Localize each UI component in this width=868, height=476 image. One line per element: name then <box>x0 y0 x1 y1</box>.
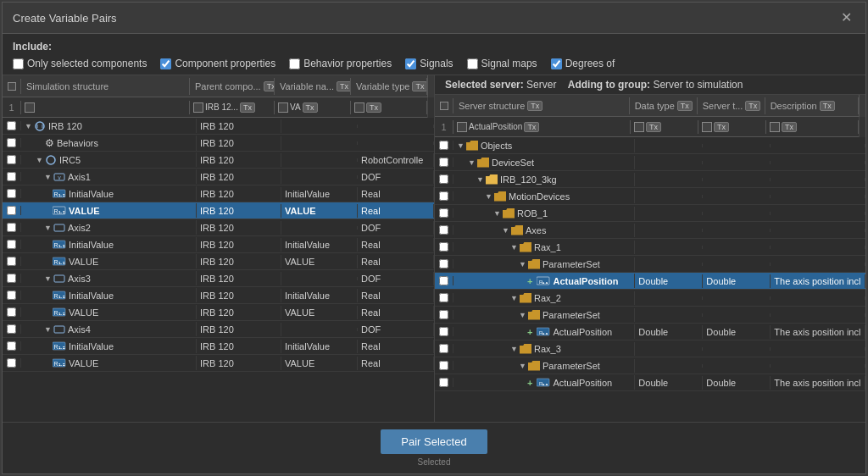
row-checkbox[interactable] <box>3 358 21 368</box>
left-filter-sim[interactable] <box>21 101 190 114</box>
right-filter-description[interactable]: Tx <box>766 120 859 134</box>
table-row[interactable]: ▼ ParameterSet <box>435 357 865 374</box>
table-row[interactable]: R₁.₂ InitialValue IRB 120 InitialValue R… <box>3 236 434 253</box>
right-description-header[interactable]: Description Tx <box>765 97 859 114</box>
expand-arrow[interactable]: ▼ <box>493 209 500 218</box>
cb-only-selected[interactable]: Only selected components <box>13 58 147 69</box>
row-checkbox[interactable] <box>3 206 21 215</box>
table-row[interactable]: R₁.₂ VALUE IRB 120 VALUE Real <box>3 304 434 321</box>
row-checkbox[interactable] <box>3 274 21 283</box>
row-checkbox[interactable] <box>435 191 453 201</box>
left-vartype-header[interactable]: Variable type Tx <box>351 78 427 95</box>
cb-behavior-properties[interactable]: Behavior properties <box>289 58 392 69</box>
row-checkbox[interactable] <box>3 155 21 164</box>
table-row[interactable]: ▼ Axes <box>435 222 865 239</box>
row-checkbox[interactable] <box>3 324 21 334</box>
table-row[interactable]: ⚙ Behaviors IRB 120 <box>3 135 434 152</box>
expand-arrow[interactable]: ▼ <box>485 192 492 201</box>
table-row[interactable]: ▼ IRB_120_3kg <box>435 171 865 188</box>
row-checkbox[interactable] <box>435 259 453 268</box>
table-row[interactable]: ▼ Axis2 IRB 120 DOF <box>3 219 434 236</box>
table-row[interactable]: ▼ IRB 120 IRB 120 <box>3 118 434 135</box>
left-tree-area[interactable]: ▼ IRB 120 IRB 120 ⚙ Behaviors <box>3 118 434 422</box>
expand-arrow[interactable]: ▼ <box>25 122 31 130</box>
table-row[interactable]: ▼ Rax_3 <box>435 340 865 357</box>
left-filter-varname[interactable]: VA Tx <box>275 101 351 114</box>
expand-arrow[interactable]: ▼ <box>44 224 51 232</box>
cb-behavior-properties-input[interactable] <box>289 58 300 69</box>
table-row[interactable]: + R₁.₂ ActualPosition Double Double The … <box>435 324 865 340</box>
table-row[interactable]: ▼ v Axis1 IRB 120 DOF <box>3 169 434 185</box>
left-filter-vartype[interactable]: Tx <box>351 101 427 114</box>
cb-component-properties[interactable]: Component properties <box>160 58 275 69</box>
close-button[interactable]: ✕ <box>837 9 855 26</box>
row-checkbox[interactable] <box>3 257 21 266</box>
expand-arrow[interactable]: ▼ <box>476 175 483 184</box>
pair-selected-button[interactable]: Pair Selected <box>381 429 487 454</box>
table-row[interactable]: R₁.₂ VALUE IRB 120 VALUE Real <box>3 253 434 270</box>
row-checkbox[interactable] <box>3 223 21 232</box>
row-checkbox[interactable] <box>435 174 453 184</box>
row-checkbox[interactable] <box>435 276 453 285</box>
row-checkbox[interactable] <box>3 291 21 300</box>
right-tree-area[interactable]: ▼ Objects ▼ DeviceSet <box>435 137 865 422</box>
row-checkbox[interactable] <box>3 121 21 130</box>
expand-arrow[interactable]: ▼ <box>44 173 51 181</box>
expand-arrow[interactable]: ▼ <box>510 243 517 252</box>
table-row[interactable]: ▼ ROB_1 <box>435 205 865 222</box>
table-row[interactable]: R₁.₂ InitialValue IRB 120 InitialValue R… <box>3 185 434 202</box>
table-row[interactable]: ▼ Axis3 IRB 120 DOF <box>3 270 434 287</box>
expand-arrow[interactable]: ▼ <box>36 156 42 164</box>
cb-component-properties-input[interactable] <box>160 58 171 69</box>
expand-arrow[interactable]: ▼ <box>44 274 51 283</box>
right-filter-servertype[interactable]: Tx <box>698 120 766 134</box>
cb-signal-maps-input[interactable] <box>467 58 478 69</box>
expand-arrow[interactable]: ▼ <box>510 294 517 302</box>
table-row[interactable]: R₁.₂ InitialValue IRB 120 InitialValue R… <box>3 338 434 355</box>
cb-only-selected-input[interactable] <box>13 58 24 69</box>
cb-degrees-of-input[interactable] <box>551 58 562 69</box>
table-row[interactable]: + R₁.₂ ActualPosition Double Double The … <box>435 273 865 290</box>
table-row[interactable]: ▼ ParameterSet <box>435 256 865 273</box>
table-row[interactable]: ▼ Objects <box>435 137 865 154</box>
row-checkbox[interactable] <box>435 327 453 336</box>
cb-signal-maps[interactable]: Signal maps <box>467 58 537 69</box>
table-row[interactable]: ▼ ParameterSet <box>435 307 865 324</box>
row-checkbox[interactable] <box>3 189 21 198</box>
table-row[interactable]: ▼ DeviceSet <box>435 154 865 171</box>
cb-signals[interactable]: Signals <box>405 58 453 69</box>
cb-degrees-of[interactable]: Degrees of <box>551 58 615 69</box>
expand-arrow[interactable]: ▼ <box>502 226 509 235</box>
table-row[interactable]: ▼ Rax_1 <box>435 239 865 256</box>
row-checkbox[interactable] <box>435 141 453 150</box>
right-filter-server[interactable]: ActualPosition Tx <box>453 120 631 134</box>
expand-arrow[interactable]: ▼ <box>468 158 475 167</box>
expand-arrow[interactable]: ▼ <box>457 141 464 150</box>
left-sim-header[interactable]: Simulation structure <box>21 78 190 95</box>
expand-arrow[interactable]: ▼ <box>519 260 526 268</box>
table-row[interactable]: ▼ IRC5 IRB 120 RobotControlle <box>3 152 434 169</box>
row-checkbox[interactable] <box>435 242 453 252</box>
table-row[interactable]: ▼ Axis4 IRB 120 DOF <box>3 321 434 338</box>
right-filter-icon[interactable] <box>440 102 448 110</box>
left-filter-icon[interactable] <box>8 82 16 91</box>
row-checkbox[interactable] <box>435 310 453 319</box>
row-checkbox[interactable] <box>435 208 453 218</box>
table-row[interactable]: ▼ Rax_2 <box>435 290 865 307</box>
row-checkbox[interactable] <box>435 158 453 167</box>
expand-arrow[interactable]: ▼ <box>519 311 526 319</box>
row-checkbox[interactable] <box>435 225 453 235</box>
table-row[interactable]: + R₁.₂ ActualPosition Double Double The … <box>435 374 865 391</box>
left-parent-header[interactable]: Parent compo... Tx <box>190 78 275 95</box>
expand-arrow[interactable]: ▼ <box>44 325 51 334</box>
row-checkbox[interactable] <box>3 138 21 147</box>
table-row[interactable]: R₁.₂ InitialValue IRB 120 InitialValue R… <box>3 287 434 304</box>
table-row[interactable]: R₁.₂ VALUE IRB 120 VALUE Real <box>3 355 434 372</box>
right-servertype-header[interactable]: Server t... Tx <box>698 97 765 114</box>
row-checkbox[interactable] <box>435 293 453 302</box>
row-checkbox[interactable] <box>435 378 453 387</box>
row-checkbox[interactable] <box>435 361 453 370</box>
row-checkbox[interactable] <box>3 341 21 351</box>
cb-signals-input[interactable] <box>405 58 416 69</box>
row-checkbox[interactable] <box>435 344 453 353</box>
